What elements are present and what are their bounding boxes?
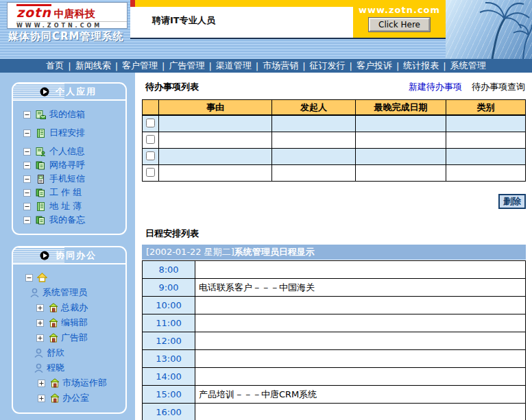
- tree-node[interactable]: 编辑部: [19, 315, 125, 330]
- sidebar-item[interactable]: 工 作 组: [22, 186, 125, 199]
- todo-cell: [446, 132, 526, 149]
- todo-checkbox-column-header: [143, 100, 159, 116]
- palm-tree-image: [446, 0, 532, 59]
- plus-box-icon[interactable]: [36, 380, 47, 387]
- todo-cell: [356, 165, 446, 182]
- schedule-time-cell: 16:00: [143, 404, 195, 420]
- todo-cell: [159, 115, 272, 132]
- schedule-event-cell: [195, 261, 526, 279]
- nav-item-1[interactable]: 首页: [43, 60, 66, 72]
- todo-cell: [159, 165, 272, 182]
- minus-box-icon[interactable]: [22, 129, 32, 137]
- tree-node[interactable]: 总裁办: [19, 300, 125, 315]
- sidebar-item[interactable]: 手机短信: [22, 172, 125, 186]
- ad-banner-top-strip: [130, 0, 353, 7]
- phone-icon: [36, 175, 46, 184]
- todo-row-checkbox[interactable]: [146, 135, 155, 144]
- tree-node-label: 舒欣: [47, 347, 64, 359]
- nav-separator: |: [442, 61, 447, 71]
- nav-item-2[interactable]: 新闻线索: [73, 60, 114, 72]
- tree-node[interactable]: 市场运作部: [19, 375, 125, 391]
- todo-row-checkbox[interactable]: [146, 168, 155, 177]
- nav-item-10[interactable]: 系统管理: [448, 60, 489, 72]
- todo-row-checkbox[interactable]: [146, 119, 155, 127]
- personal-apps-panel-title: 个人应用: [56, 86, 97, 98]
- todo-column-header: 类别: [446, 100, 526, 116]
- schedule-time-cell: 15:00: [143, 386, 195, 404]
- todo-cell: [159, 132, 272, 149]
- minus-box-icon[interactable]: [22, 162, 32, 169]
- minus-box-icon[interactable]: [22, 189, 32, 197]
- tree-node[interactable]: 办公室: [19, 391, 125, 406]
- click-here-button[interactable]: Click Here: [369, 18, 430, 32]
- plus-box-icon[interactable]: [35, 334, 45, 342]
- todo-cell: [356, 115, 446, 132]
- tree-node[interactable]: 广告部: [19, 330, 125, 345]
- nav-item-6[interactable]: 市场营销: [260, 60, 301, 72]
- sidebar-item[interactable]: 我的备忘: [22, 213, 125, 227]
- collaborative-office-panel-header: 协同办公: [13, 247, 125, 264]
- minus-box-icon[interactable]: [22, 175, 32, 183]
- system-title: 媒体协同CRM管理系统: [8, 30, 124, 43]
- query-todo-link[interactable]: 待办事项查询: [472, 82, 525, 92]
- schedule-event-cell[interactable]: 产品培训－－－中唐CRM系统: [195, 386, 526, 404]
- new-todo-link[interactable]: 新建待办事项: [409, 82, 462, 92]
- nav-item-3[interactable]: 客户管理: [119, 60, 160, 72]
- tree-node-label: 编辑部: [61, 317, 88, 329]
- todo-checkbox-cell: [143, 149, 159, 165]
- todo-table-row: [143, 132, 526, 149]
- collaborative-office-panel: 协同办公 系统管理员总裁办编辑部广告部舒欣程晓市场运作部办公室: [12, 246, 127, 414]
- minus-box-icon[interactable]: [22, 111, 32, 119]
- nav-item-7[interactable]: 征订发行: [307, 60, 348, 72]
- delete-button[interactable]: 删除: [498, 194, 526, 209]
- sidebar-item[interactable]: 个人信息: [22, 145, 125, 158]
- plus-box-icon[interactable]: [35, 319, 45, 327]
- nav-separator: |: [66, 61, 72, 71]
- sidebar-item[interactable]: 我的信箱: [22, 108, 125, 121]
- tree-node[interactable]: [19, 270, 125, 285]
- minus-box-icon[interactable]: [22, 217, 32, 224]
- company-name: 中唐科技: [54, 8, 95, 20]
- minus-box-icon[interactable]: [24, 274, 34, 282]
- schedule-event-cell: [195, 314, 526, 332]
- schedule-header-bar: [2002-01-22 星期二]系统管理员日程显示: [142, 245, 526, 260]
- todo-table-body: [143, 115, 526, 182]
- todo-column-header: 最晚完成日期: [356, 100, 446, 116]
- tree-node-label: 总裁办: [61, 301, 88, 314]
- schedule-row: 11:00: [143, 314, 526, 332]
- plus-box-icon[interactable]: [36, 395, 47, 402]
- schedule-row: 10:00: [143, 297, 526, 314]
- todo-row-checkbox[interactable]: [146, 151, 155, 160]
- todo-table-row: [143, 165, 526, 182]
- sidebar-item[interactable]: 日程安排: [22, 126, 125, 140]
- nav-item-8[interactable]: 客户投诉: [354, 60, 395, 72]
- sidebar-item[interactable]: 地 址 薄: [22, 199, 125, 213]
- ad-banner[interactable]: 聘请IT专业人员: [130, 0, 353, 39]
- todo-cell: [159, 149, 272, 165]
- personal-apps-panel: 个人应用 我的信箱日程安排个人信息网络寻呼手机短信工 作 组地 址 薄我的备忘: [12, 82, 127, 235]
- tree-node-label: 系统管理员: [43, 286, 87, 299]
- schedule-event-cell: [195, 368, 526, 386]
- sidebar-item[interactable]: 网络寻呼: [22, 158, 125, 172]
- nav-separator: |: [114, 61, 119, 71]
- todo-table-header-row: 事由发起人最晚完成日期类别: [143, 100, 526, 116]
- schedule-event-cell: [195, 297, 526, 314]
- tree-node-label: 广告部: [61, 332, 88, 344]
- nav-item-9[interactable]: 统计报表: [400, 60, 442, 72]
- nav-item-4[interactable]: 广告管理: [166, 60, 207, 72]
- collaborative-office-panel-title: 协同办公: [56, 249, 97, 262]
- tree-node[interactable]: 系统管理员: [19, 285, 125, 300]
- minus-box-icon[interactable]: [22, 148, 32, 156]
- schedule-time-cell: 10:00: [143, 297, 195, 314]
- nav-separator: |: [348, 61, 354, 71]
- schedule-event-cell[interactable]: 电话联系客户－－－中国海关: [195, 279, 526, 297]
- minus-box-icon[interactable]: [22, 203, 32, 210]
- schedule-time-cell: 8:00: [143, 261, 195, 279]
- tree-node[interactable]: 舒欣: [19, 345, 125, 360]
- workgroup-icon: [36, 188, 46, 197]
- nav-item-5[interactable]: 渠道管理: [213, 60, 254, 72]
- todo-checkbox-cell: [143, 165, 159, 182]
- plus-box-icon[interactable]: [35, 304, 45, 312]
- tree-node[interactable]: 程晓: [19, 360, 125, 375]
- schedule-time-cell: 9:00: [143, 279, 195, 297]
